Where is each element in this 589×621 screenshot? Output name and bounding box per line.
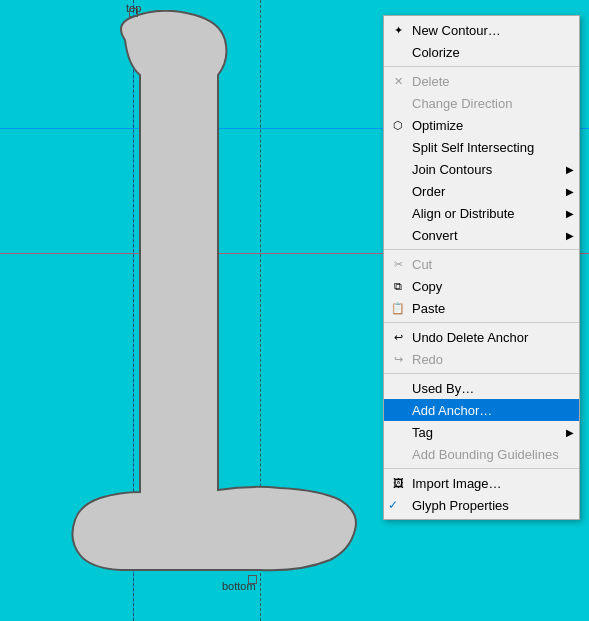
copy-icon: ⧉ bbox=[388, 280, 408, 293]
menu-item-tag[interactable]: Tag▶ bbox=[384, 421, 579, 443]
undo-icon: ↩ bbox=[388, 331, 408, 344]
menu-item-label: Convert bbox=[412, 228, 571, 243]
menu-item-label: Align or Distribute bbox=[412, 206, 571, 221]
menu-item-label: Delete bbox=[412, 74, 571, 89]
menu-item-colorize[interactable]: Colorize bbox=[384, 41, 579, 63]
submenu-arrow-icon: ▶ bbox=[566, 208, 574, 219]
menu-item-glyph-properties[interactable]: ✓Glyph Properties bbox=[384, 494, 579, 516]
menu-item-copy[interactable]: ⧉Copy bbox=[384, 275, 579, 297]
menu-separator bbox=[384, 373, 579, 374]
menu-item-paste[interactable]: 📋Paste bbox=[384, 297, 579, 319]
submenu-arrow-icon: ▶ bbox=[566, 230, 574, 241]
letter-l-glyph bbox=[30, 10, 380, 600]
menu-separator bbox=[384, 249, 579, 250]
menu-item-label: Tag bbox=[412, 425, 571, 440]
menu-item-import-image[interactable]: 🖼Import Image… bbox=[384, 472, 579, 494]
menu-separator bbox=[384, 66, 579, 67]
menu-item-join-contours[interactable]: Join Contours▶ bbox=[384, 158, 579, 180]
menu-item-label: Optimize bbox=[412, 118, 571, 133]
menu-item-delete: ✕Delete bbox=[384, 70, 579, 92]
anchor-bottom bbox=[248, 575, 257, 584]
menu-item-used-by[interactable]: Used By… bbox=[384, 377, 579, 399]
menu-item-change-direction: Change Direction bbox=[384, 92, 579, 114]
check-icon: ✓ bbox=[388, 498, 398, 512]
menu-item-label: Undo Delete Anchor bbox=[412, 330, 571, 345]
menu-item-label: Used By… bbox=[412, 381, 571, 396]
menu-item-redo: ↪Redo bbox=[384, 348, 579, 370]
delete-icon: ✕ bbox=[388, 75, 408, 88]
menu-item-label: Colorize bbox=[412, 45, 571, 60]
new-contour-icon: ✦ bbox=[388, 24, 408, 37]
menu-item-cut: ✂Cut bbox=[384, 253, 579, 275]
menu-item-label: Add Bounding Guidelines bbox=[412, 447, 571, 462]
menu-item-label: Copy bbox=[412, 279, 571, 294]
submenu-arrow-icon: ▶ bbox=[566, 164, 574, 175]
menu-item-label: Add Anchor… bbox=[412, 403, 571, 418]
menu-separator bbox=[384, 468, 579, 469]
menu-item-label: Split Self Intersecting bbox=[412, 140, 571, 155]
menu-item-label: Redo bbox=[412, 352, 571, 367]
menu-item-align-or-distribute[interactable]: Align or Distribute▶ bbox=[384, 202, 579, 224]
image-icon: 🖼 bbox=[388, 477, 408, 489]
menu-item-label: Paste bbox=[412, 301, 571, 316]
redo-icon: ↪ bbox=[388, 353, 408, 366]
submenu-arrow-icon: ▶ bbox=[566, 186, 574, 197]
menu-item-order[interactable]: Order▶ bbox=[384, 180, 579, 202]
menu-item-add-bounding-guidelines: Add Bounding Guidelines bbox=[384, 443, 579, 465]
submenu-arrow-icon: ▶ bbox=[566, 427, 574, 438]
menu-item-label: Change Direction bbox=[412, 96, 571, 111]
menu-item-add-anchor[interactable]: Add Anchor… bbox=[384, 399, 579, 421]
menu-item-convert[interactable]: Convert▶ bbox=[384, 224, 579, 246]
paste-icon: 📋 bbox=[388, 302, 408, 315]
menu-item-label: New Contour… bbox=[412, 23, 571, 38]
menu-item-optimize[interactable]: ⬡Optimize bbox=[384, 114, 579, 136]
menu-item-undo-delete-anchor[interactable]: ↩Undo Delete Anchor bbox=[384, 326, 579, 348]
menu-item-label: Join Contours bbox=[412, 162, 571, 177]
menu-item-label: Order bbox=[412, 184, 571, 199]
menu-separator bbox=[384, 322, 579, 323]
context-menu: ✦New Contour…Colorize✕DeleteChange Direc… bbox=[383, 15, 580, 520]
optimize-icon: ⬡ bbox=[388, 119, 408, 132]
menu-item-split-self-intersecting[interactable]: Split Self Intersecting bbox=[384, 136, 579, 158]
cut-icon: ✂ bbox=[388, 258, 408, 271]
menu-item-new-contour[interactable]: ✦New Contour… bbox=[384, 19, 579, 41]
menu-item-label: Glyph Properties bbox=[412, 498, 571, 513]
menu-item-label: Cut bbox=[412, 257, 571, 272]
anchor-top bbox=[129, 8, 138, 17]
menu-item-label: Import Image… bbox=[412, 476, 571, 491]
